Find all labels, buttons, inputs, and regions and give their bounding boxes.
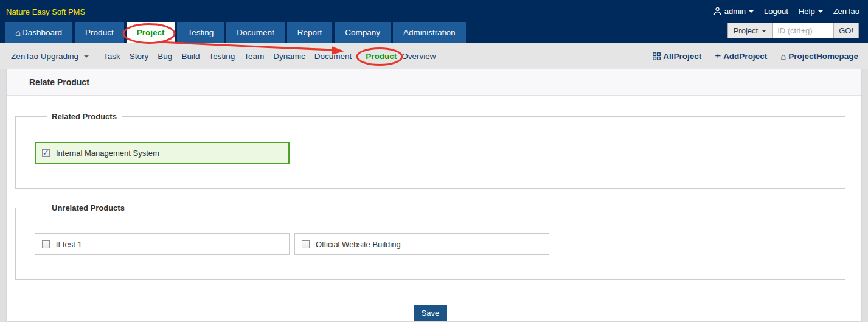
header-top-row: Nature Easy Soft PMS admin Logout Help Z… [0,0,868,22]
app-header: Nature Easy Soft PMS admin Logout Help Z… [0,0,868,43]
unrelated-products-fieldset: Unrelated Products tf test 1 Official We… [15,203,845,280]
app-brand: Nature Easy Soft PMS [6,6,85,16]
search-input[interactable] [773,23,833,38]
tab-project[interactable]: Project [127,22,175,43]
subnav-item-build[interactable]: Build [181,52,200,61]
user-links: admin Logout Help ZenTao [713,7,859,16]
checkbox-unchecked-icon[interactable] [302,240,310,248]
all-project-link[interactable]: AllProject [653,52,701,61]
project-homepage-label: ProjectHomepage [788,52,858,61]
checkbox-checked-icon[interactable] [42,149,50,157]
tab-label: Report [297,28,322,37]
unrelated-products-legend: Unrelated Products [47,203,130,212]
tab-company[interactable]: Company [335,22,391,43]
product-option-tf-test-1[interactable]: tf test 1 [35,233,290,255]
all-project-label: AllProject [663,52,701,61]
project-homepage-link[interactable]: ⌂ ProjectHomepage [780,52,858,61]
chevron-down-icon [84,55,89,58]
logout-link[interactable]: Logout [764,7,788,16]
relate-product-form: Related Products Internal Management Sys… [7,96,861,321]
project-subnav: ZenTao Upgrading Task Story Bug Build Te… [0,43,868,69]
go-button[interactable]: GO! [833,23,858,38]
unrelated-products-row: tf test 1 Official Website Building [35,233,845,255]
person-icon [713,7,721,16]
subnav-item-document[interactable]: Document [314,52,352,61]
user-menu[interactable]: admin [713,7,754,16]
related-products-row: Internal Management System [35,142,845,164]
search-scope-dropdown[interactable]: Project [728,23,773,38]
product-option-label: Official Website Building [316,240,401,249]
product-option-label: Internal Management System [56,149,159,158]
tab-product[interactable]: Product [75,22,124,43]
tab-label: Testing [187,28,214,37]
tab-dashboard[interactable]: ⌂ Dashboard [5,22,72,43]
subnav-item-testing[interactable]: Testing [209,52,235,61]
tab-label: Administration [403,28,456,37]
subnav-item-story[interactable]: Story [130,52,149,61]
relate-product-panel: Relate Product Related Products Internal… [6,69,862,322]
tab-label: Document [237,28,274,37]
save-button[interactable]: Save [414,305,448,321]
chevron-down-icon [762,30,766,32]
tab-label: Product [85,28,114,37]
subnav-item-product[interactable]: Product [366,52,397,61]
tab-label: Project [137,28,165,37]
zentao-link[interactable]: ZenTao [833,7,859,16]
tab-administration[interactable]: Administration [393,22,466,43]
subnav-item-team[interactable]: Team [244,52,264,61]
subnav-item-dynamic[interactable]: Dynamic [273,52,305,61]
product-option-label: tf test 1 [56,240,82,249]
subnav-actions: AllProject + AddProject ⌂ ProjectHomepag… [653,52,858,61]
search-scope-label: Project [734,26,758,35]
plus-icon: + [715,51,721,61]
tab-document[interactable]: Document [226,22,285,43]
product-option-internal-management-system[interactable]: Internal Management System [35,142,290,164]
grid-icon [653,52,661,60]
chevron-down-icon [818,10,823,13]
related-products-fieldset: Related Products Internal Management Sys… [15,112,845,189]
subnav-item-bug[interactable]: Bug [158,52,172,61]
home-icon: ⌂ [780,52,786,61]
home-icon: ⌂ [15,28,21,37]
quick-search: Project GO! [727,23,859,38]
checkbox-unchecked-icon[interactable] [42,240,50,248]
help-menu[interactable]: Help [799,7,823,16]
tab-label: Company [345,28,380,37]
chevron-down-icon [749,10,754,13]
page-title: Relate Product [7,69,861,96]
subnav-left: ZenTao Upgrading Task Story Bug Build Te… [11,52,445,61]
subnav-item-task[interactable]: Task [103,52,120,61]
project-switcher-label: ZenTao Upgrading [11,52,78,61]
help-label: Help [799,7,815,16]
add-project-label: AddProject [723,52,767,61]
user-name: admin [724,7,746,16]
save-row: Save [15,295,845,321]
add-project-link[interactable]: + AddProject [715,52,767,61]
subnav-item-overview[interactable]: Overview [401,52,436,61]
related-products-legend: Related Products [47,112,122,121]
tab-testing[interactable]: Testing [177,22,224,43]
product-option-official-website-building[interactable]: Official Website Building [294,233,549,255]
project-switcher-dropdown[interactable]: ZenTao Upgrading [11,52,89,61]
tab-report[interactable]: Report [287,22,333,43]
tab-label: Dashboard [22,28,62,37]
